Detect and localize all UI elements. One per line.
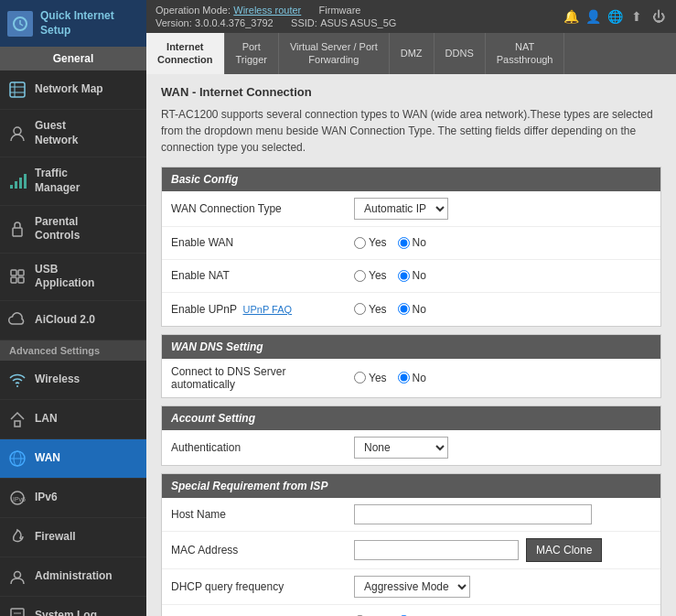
upnp-faq-link[interactable]: UPnP FAQ [243,304,293,315]
connect-dns-yes-label[interactable]: Yes [354,372,387,384]
enable-upnp-yes-radio[interactable] [354,303,366,315]
sidebar-item-guest-network[interactable]: GuestNetwork [0,110,146,157]
svg-point-22 [15,571,21,578]
sidebar-item-label: Firewall [35,530,76,545]
sidebar-item-lan[interactable]: LAN [0,400,146,439]
page-description: RT-AC1200 supports several connection ty… [161,106,661,156]
sidebar-item-wireless[interactable]: Wireless [0,361,146,400]
quick-setup-icon [7,11,33,37]
basic-config-title: Basic Config [162,168,660,191]
version-label: Version: [156,17,192,28]
op-mode-label: Operation Mode: [156,5,231,16]
wan-connection-type-select[interactable]: Automatic IP PPPoE PPTP L2TP Static IP [354,198,448,220]
sidebar-item-label: System Log [35,609,97,616]
basic-config-section: Basic Config WAN Connection Type Automat… [161,167,661,327]
sidebar-item-usb-application[interactable]: USBApplication [0,254,146,301]
enable-upnp-label: Enable UPnP UPnP FAQ [171,303,354,316]
svg-rect-9 [24,174,27,189]
general-header: General [0,47,146,70]
sidebar-item-parental-controls[interactable]: ParentalControls [0,206,146,254]
tab-dmz[interactable]: DMZ [390,33,435,74]
ipv6-icon: IPv6 [7,488,27,508]
main-content: Operation Mode: Wireless router Firmware… [146,0,676,616]
sidebar-item-label: LAN [35,412,58,427]
ssid-label: SSID: [291,17,317,28]
authentication-row: Authentication None PAP CHAP MS-CHAP MS-… [162,430,660,465]
authentication-select[interactable]: None PAP CHAP MS-CHAP MS-CHAPv2 [354,437,448,459]
dhcp-query-select[interactable]: Aggressive Mode Normal Mode [354,576,470,598]
mac-clone-button[interactable]: MAC Clone [526,538,602,562]
sidebar-item-label: GuestNetwork [35,119,78,147]
host-name-control [354,504,651,524]
tab-ddns[interactable]: DDNS [435,33,486,74]
op-mode-value[interactable]: Wireless router [233,5,301,16]
connect-dns-label: Connect to DNS Serverautomatically [171,365,354,391]
mac-address-control: MAC Clone [354,538,651,562]
connect-dns-yes-radio[interactable] [354,372,366,384]
connect-dns-no-radio[interactable] [398,372,410,384]
sidebar-item-network-map[interactable]: Network Map [0,70,146,110]
firmware-label: Firmware [319,5,361,16]
svg-point-15 [16,385,18,387]
enable-upnp-control: Yes No [354,303,651,316]
wan-connection-type-row: WAN Connection Type Automatic IP PPPoE P… [162,191,660,227]
sidebar-item-wan[interactable]: WAN [0,439,146,479]
quick-internet-setup[interactable]: Quick Internet Setup [0,0,146,47]
enable-wan-control: Yes No [354,236,651,249]
sidebar-item-firewall[interactable]: Firewall [0,518,146,557]
wan-connection-type-label: WAN Connection Type [171,202,354,215]
sidebar-item-system-log[interactable]: System Log [0,597,146,616]
lock-icon [7,219,27,239]
user-icon[interactable]: 👤 [585,8,601,25]
enable-upnp-yes-label[interactable]: Yes [354,303,387,316]
page-content: WAN - Internet Connection RT-AC1200 supp… [146,74,676,616]
connect-dns-no-label[interactable]: No [398,372,426,384]
svg-text:IPv6: IPv6 [13,496,26,503]
sidebar-item-label: AiCloud 2.0 [35,313,95,328]
enable-upnp-no-radio[interactable] [398,303,410,315]
wan-dns-section: WAN DNS Setting Connect to DNS Serveraut… [161,334,661,398]
authentication-control: None PAP CHAP MS-CHAP MS-CHAPv2 [354,437,651,459]
top-bar: Operation Mode: Wireless router Firmware… [146,0,676,33]
power-icon[interactable]: ⏻ [650,8,667,25]
puzzle-icon [7,266,27,286]
enable-nat-no-radio[interactable] [398,270,410,282]
host-name-input[interactable] [354,504,592,524]
svg-rect-11 [11,270,16,276]
tab-virtual-server[interactable]: Virtual Server / PortForwarding [279,33,390,74]
enable-wan-no-radio[interactable] [398,237,410,249]
enable-nat-yes-label[interactable]: Yes [354,269,387,282]
sidebar-item-traffic-manager[interactable]: TrafficManager [0,157,146,205]
person-icon [7,124,27,144]
enable-wan-yes-radio[interactable] [354,237,366,249]
enable-upnp-no-label[interactable]: No [398,303,426,316]
log-icon [7,606,27,616]
authentication-label: Authentication [171,441,354,454]
enable-wan-no-label[interactable]: No [398,236,426,249]
sidebar-item-label: ParentalControls [35,215,80,243]
sidebar-item-label: TrafficManager [35,167,80,195]
svg-rect-6 [10,185,13,189]
quick-setup-label: Quick Internet Setup [40,9,114,38]
top-icons: 🔔 👤 🌐 ⬆ ⏻ [563,8,667,25]
upload-icon[interactable]: ⬆ [628,8,645,25]
sidebar-item-aicloud[interactable]: AiCloud 2.0 [0,301,146,340]
sidebar-item-ipv6[interactable]: IPv6 IPv6 [0,479,146,518]
enable-wan-yes-label[interactable]: Yes [354,236,387,249]
enable-nat-label: Enable NAT [171,269,354,282]
tab-port-trigger[interactable]: PortTrigger [225,33,279,74]
network-icon[interactable]: 🌐 [606,8,623,25]
enable-nat-no-label[interactable]: No [398,269,426,282]
host-name-label: Host Name [171,508,354,521]
wan-dns-title: WAN DNS Setting [162,335,660,359]
svg-rect-10 [13,228,22,236]
enable-nat-yes-radio[interactable] [354,270,366,282]
mac-address-input[interactable] [354,540,519,560]
special-req-title: Special Requirement from ISP [162,474,660,498]
fire-icon [7,527,27,547]
bell-icon[interactable]: 🔔 [563,8,579,25]
tab-nat[interactable]: NATPassthrough [486,33,565,74]
dhcp-query-label: DHCP query frequency [171,580,354,593]
tab-internet-connection[interactable]: InternetConnection [146,33,225,74]
sidebar-item-administration[interactable]: Administration [0,557,146,597]
